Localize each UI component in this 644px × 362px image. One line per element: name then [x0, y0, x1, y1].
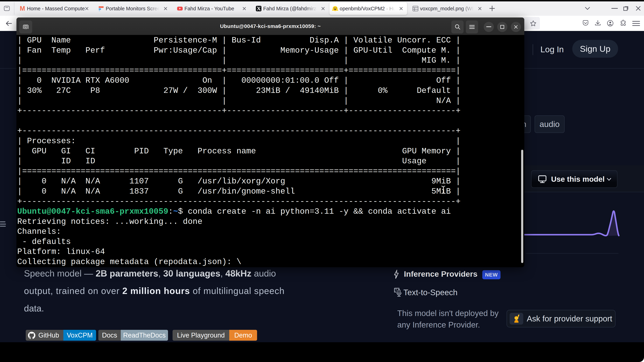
svg-text:T: T [395, 288, 397, 292]
